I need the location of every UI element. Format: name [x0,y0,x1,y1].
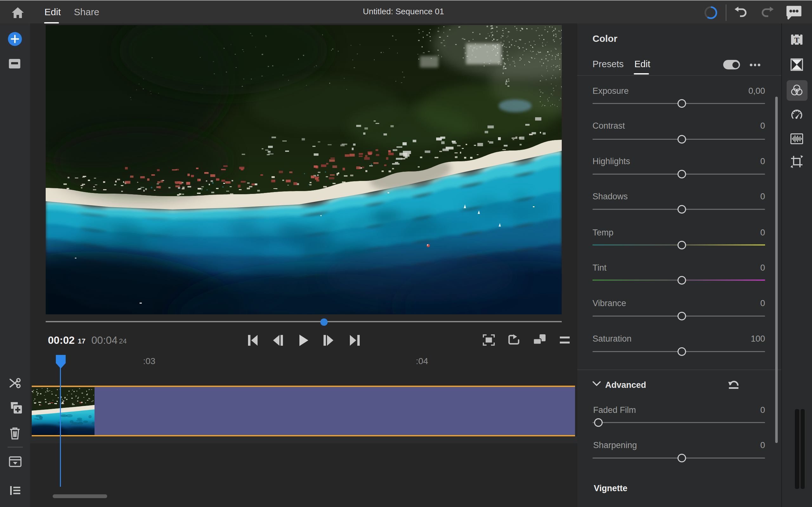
svg-text:T: T [794,36,799,44]
